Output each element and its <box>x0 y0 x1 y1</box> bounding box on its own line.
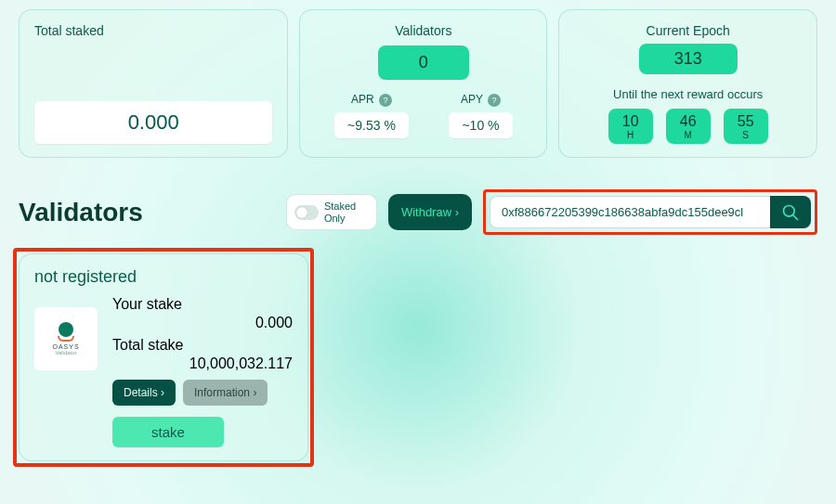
countdown: 10 H 46 M 55 S <box>574 109 802 144</box>
validators-count: 0 <box>378 45 469 80</box>
validators-panel: Validators 0 APR ? ~9.53 % APY ? ~10 % <box>299 9 547 158</box>
overview-row: Total staked 0.000 Validators 0 APR ? ~9… <box>0 0 836 158</box>
validators-label: Validators <box>315 23 531 38</box>
apr-value: ~9.53 % <box>334 112 409 138</box>
total-staked-label: Total staked <box>34 23 272 38</box>
total-stake-label: Total stake <box>112 337 293 354</box>
help-icon[interactable]: ? <box>379 94 392 107</box>
search-highlight <box>483 189 817 235</box>
staked-only-label: Staked Only <box>324 200 365 223</box>
apy-value: ~10 % <box>449 112 512 138</box>
help-icon[interactable]: ? <box>488 94 501 107</box>
logo-text: OASYS <box>52 343 79 350</box>
your-stake-value: 0.000 <box>112 315 293 331</box>
validator-name: not registered <box>34 267 293 287</box>
countdown-minutes: 46 M <box>666 109 711 144</box>
countdown-seconds: 55 S <box>724 109 768 144</box>
validators-section-header: Validators Staked Only Withdraw › <box>0 158 836 246</box>
validator-card-area: not registered OASYS Validator Your stak… <box>19 253 308 461</box>
svg-line-1 <box>793 214 798 219</box>
apy-item: APY ? ~10 % <box>449 93 512 138</box>
apr-label: APR <box>351 93 374 106</box>
search-input[interactable] <box>490 196 770 228</box>
logo-subtext: Validator <box>55 350 76 355</box>
your-stake-label: Your stake <box>112 296 293 313</box>
staked-only-toggle[interactable]: Staked Only <box>286 194 377 229</box>
details-button[interactable]: Details › <box>112 380 176 406</box>
epoch-panel: Current Epoch 313 Until the next reward … <box>558 9 817 158</box>
validator-card: not registered OASYS Validator Your stak… <box>19 253 308 461</box>
logo-arc-icon <box>58 336 74 342</box>
search-button[interactable] <box>770 196 811 228</box>
countdown-hours: 10 H <box>608 109 653 144</box>
validator-logo: OASYS Validator <box>34 307 98 370</box>
total-stake-value: 10,000,032.117 <box>112 355 293 372</box>
next-reward-label: Until the next reward occurs <box>574 87 802 101</box>
apy-label: APY <box>461 93 483 106</box>
logo-dot-icon <box>59 322 73 337</box>
epoch-label: Current Epoch <box>574 23 802 38</box>
withdraw-button[interactable]: Withdraw › <box>388 194 472 230</box>
stake-button[interactable]: stake <box>112 417 224 447</box>
epoch-value: 313 <box>639 44 738 74</box>
toggle-icon[interactable] <box>294 205 319 220</box>
total-staked-value: 0.000 <box>34 101 272 144</box>
search-icon <box>781 203 800 222</box>
apr-item: APR ? ~9.53 % <box>334 93 409 138</box>
section-title: Validators <box>19 198 143 227</box>
information-button[interactable]: Information › <box>183 380 268 406</box>
total-staked-panel: Total staked 0.000 <box>19 9 288 158</box>
